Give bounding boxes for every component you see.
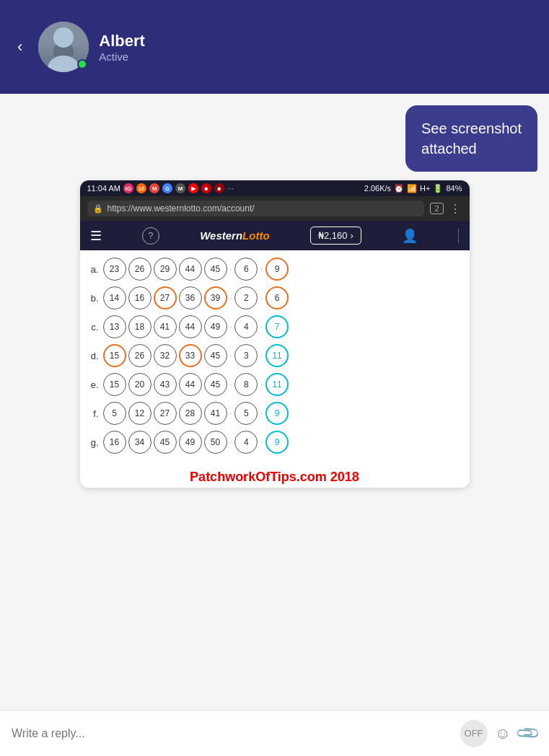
extra-ball[interactable]: 11 — [265, 344, 289, 367]
lottery-ball[interactable]: 36 — [179, 286, 202, 309]
extra-ball[interactable]: 9 — [265, 402, 289, 425]
url-bar[interactable]: 🔒 https://www.westernlotto.com/account/ — [87, 201, 425, 216]
avatar — [38, 22, 89, 72]
dot-separator: · — [260, 323, 263, 331]
app-icon-1: 10 — [136, 183, 146, 193]
lottery-row: b.1416273639·2·6 — [86, 286, 464, 309]
chat-header: ‹ Albert Active — [0, 0, 549, 94]
extra-ball[interactable]: 9 — [265, 258, 289, 281]
lottery-ball[interactable]: 23 — [103, 258, 126, 281]
chat-area: See screenshotattached 11:04 AM IG 10 M … — [0, 94, 549, 710]
bonus-ball[interactable]: 2 — [234, 286, 258, 309]
balance-arrow: › — [350, 230, 353, 241]
lottery-ball[interactable]: 41 — [154, 315, 177, 338]
main-balls: 2326294445 — [103, 258, 227, 281]
lottery-ball[interactable]: 32 — [154, 344, 177, 367]
lottery-ball[interactable]: 16 — [128, 286, 151, 309]
dot-separator: · — [230, 439, 232, 447]
extra-ball[interactable]: 6 — [265, 286, 289, 309]
bonus-ball[interactable]: 3 — [234, 344, 258, 367]
svg-point-0 — [53, 27, 74, 48]
lottery-ball[interactable]: 44 — [179, 315, 202, 338]
browser-menu-icon[interactable]: ⋮ — [449, 202, 462, 216]
tab-count-badge[interactable]: 2 — [430, 203, 443, 214]
statusbar-network: H+ — [420, 184, 430, 193]
dot-separator: · — [260, 381, 263, 389]
lottery-row: e.1520434445·8·11 — [86, 373, 464, 396]
lottery-ball[interactable]: 13 — [103, 315, 126, 338]
row-label: f. — [86, 408, 102, 419]
lottery-ball[interactable]: 26 — [128, 258, 151, 281]
attach-icon[interactable]: 📎 — [514, 720, 541, 747]
lottery-ball[interactable]: 50 — [204, 431, 227, 454]
lottery-ball[interactable]: 18 — [128, 315, 151, 338]
bonus-ball[interactable]: 5 — [234, 402, 258, 425]
lottery-ball[interactable]: 45 — [204, 373, 227, 396]
lottery-ball[interactable]: 28 — [179, 402, 202, 425]
hamburger-icon[interactable]: ☰ — [90, 228, 102, 244]
app-icon-4: ■ — [214, 183, 224, 193]
statusbar-time: 11:04 AM — [87, 184, 120, 193]
screenshot-card: 11:04 AM IG 10 M G M ▶ ■ ■ ··· 2.06K/s ⏰… — [80, 180, 470, 488]
dot-separator: · — [230, 323, 232, 331]
send-button[interactable]: OFF — [460, 720, 488, 747]
bonus-ball[interactable]: 6 — [234, 258, 258, 281]
lottery-ball[interactable]: 15 — [103, 373, 126, 396]
main-balls: 1520434445 — [103, 373, 227, 396]
reply-input[interactable] — [12, 727, 453, 740]
statusbar-speed: 2.06K/s — [364, 184, 391, 193]
emoji-icon[interactable]: ☺ — [495, 724, 511, 743]
lottery-ball[interactable]: 15 — [103, 344, 126, 367]
balance-amount: ₦2,160 — [318, 230, 348, 241]
lottery-ball[interactable]: 5 — [103, 402, 126, 425]
bonus-ball[interactable]: 4 — [234, 315, 258, 338]
dot-separator: · — [260, 410, 263, 418]
extra-ball[interactable]: 7 — [265, 315, 289, 338]
lottery-ball[interactable]: 16 — [103, 431, 126, 454]
lottery-ball[interactable]: 45 — [204, 258, 227, 281]
wl-logo: WesternLotto — [200, 229, 269, 242]
lottery-ball[interactable]: 20 — [128, 373, 151, 396]
lottery-ball[interactable]: 45 — [204, 344, 227, 367]
bonus-ball[interactable]: 8 — [234, 373, 258, 396]
lottery-ball[interactable]: 49 — [204, 315, 227, 338]
lottery-ball[interactable]: 43 — [154, 373, 177, 396]
message-bubble: See screenshotattached — [405, 105, 537, 172]
lock-icon: 🔒 — [93, 204, 103, 214]
extra-ball[interactable]: 9 — [265, 431, 289, 454]
watermark: PatchworkOfTips.com 2018 — [80, 467, 470, 488]
lottery-ball[interactable]: 41 — [204, 402, 227, 425]
lottery-row: a.2326294445·6·9 — [86, 258, 464, 281]
lottery-grid: a.2326294445·6·9b.1416273639·2·6c.131841… — [80, 250, 470, 467]
send-icon: OFF — [465, 728, 483, 739]
lottery-ball[interactable]: 44 — [179, 373, 202, 396]
lottery-ball[interactable]: 29 — [154, 258, 177, 281]
url-text: https://www.westernlotto.com/account/ — [107, 203, 255, 214]
user-info: Albert Active — [99, 32, 145, 63]
dot-separator: · — [230, 294, 232, 302]
app-icon-3: ■ — [201, 183, 211, 193]
extra-ball[interactable]: 11 — [265, 373, 289, 396]
lottery-ball[interactable]: 26 — [128, 344, 151, 367]
message-bubble-wrap: See screenshotattached — [12, 105, 537, 172]
row-label: c. — [86, 322, 102, 333]
back-button[interactable]: ‹ — [12, 35, 28, 59]
statusbar-battery-pct: 84% — [446, 184, 462, 193]
lottery-row: c.1318414449·4·7 — [86, 315, 464, 338]
user-account-icon[interactable]: 👤 — [402, 228, 418, 244]
svg-point-1 — [48, 56, 79, 72]
lottery-ball[interactable]: 44 — [179, 258, 202, 281]
bonus-ball[interactable]: 4 — [234, 431, 258, 454]
lottery-ball[interactable]: 12 — [128, 402, 151, 425]
lottery-ball[interactable]: 33 — [179, 344, 202, 367]
main-balls: 1416273639 — [103, 286, 227, 309]
lottery-ball[interactable]: 27 — [154, 286, 177, 309]
lottery-ball[interactable]: 27 — [154, 402, 177, 425]
lottery-ball[interactable]: 49 — [179, 431, 202, 454]
balance-button[interactable]: ₦2,160 › — [310, 227, 361, 245]
lottery-ball[interactable]: 34 — [128, 431, 151, 454]
help-icon[interactable]: ? — [142, 227, 159, 245]
lottery-ball[interactable]: 45 — [154, 431, 177, 454]
lottery-ball[interactable]: 14 — [103, 286, 126, 309]
lottery-ball[interactable]: 39 — [204, 286, 227, 309]
